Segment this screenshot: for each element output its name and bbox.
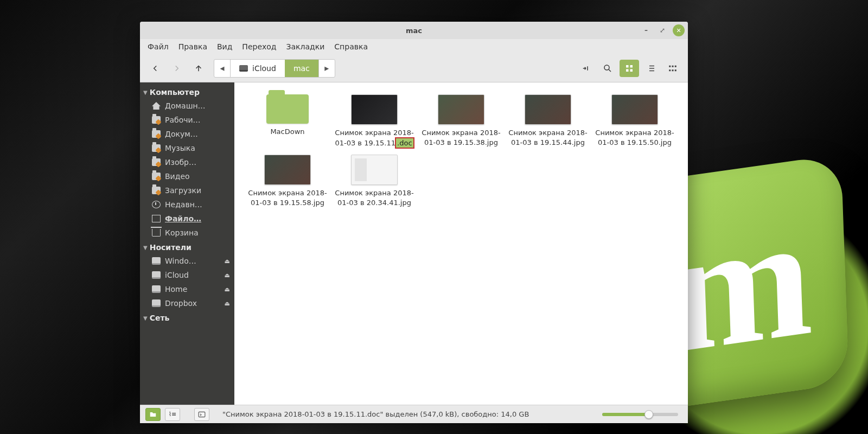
zoom-slider[interactable]: [602, 413, 678, 416]
thumbnail-icon: [351, 155, 398, 185]
breadcrumb-next[interactable]: ▸: [318, 60, 335, 77]
folder-icon: [266, 94, 309, 124]
sidebar-item[interactable]: Загрузки: [140, 183, 234, 197]
svg-rect-1: [626, 65, 629, 68]
back-button[interactable]: [145, 59, 165, 78]
breadcrumb-seg-icloud[interactable]: iCloud: [231, 60, 285, 77]
sidebar-item-label: Рабочи…: [165, 116, 201, 124]
sidebar-item-label: Home: [165, 285, 187, 293]
list-view-button[interactable]: [641, 60, 661, 77]
breadcrumb-seg-mac[interactable]: mac: [285, 60, 318, 77]
menu-help[interactable]: Справка: [334, 42, 368, 51]
sidebar-item[interactable]: Windo…⏏: [140, 254, 234, 268]
sidebar: ▼КомпьютерДомашн…Рабочи…Докум…МузыкаИзоб…: [140, 82, 234, 405]
sidebar-item[interactable]: Недавн…: [140, 197, 234, 212]
titlebar[interactable]: mac: [140, 22, 688, 39]
sidebar-item[interactable]: Файло…: [140, 212, 234, 226]
svg-rect-11: [199, 412, 205, 417]
file-label: Снимок экрана 2018-01-03 в 19.15.44.jpg: [507, 128, 589, 147]
content-pane[interactable]: MacDownСнимок экрана 2018-01-03 в 19.15.…: [234, 82, 688, 405]
eject-icon[interactable]: ⏏: [225, 272, 230, 279]
status-text: "Снимок экрана 2018-01-03 в 19.15.11.doc…: [214, 410, 598, 418]
svg-rect-8: [672, 69, 674, 71]
drive-icon: [152, 299, 161, 307]
svg-rect-10: [675, 69, 676, 71]
show-tree-button[interactable]: ⌇≡: [165, 408, 180, 421]
sidebar-item[interactable]: Музыка: [140, 141, 234, 155]
svg-rect-5: [669, 65, 671, 67]
icon-view-button[interactable]: [620, 60, 639, 77]
eject-icon[interactable]: ⏏: [225, 258, 230, 265]
eject-icon[interactable]: ⏏: [225, 286, 230, 293]
sidebar-item-label: Загрузки: [165, 186, 201, 195]
terminal-button[interactable]: [194, 408, 209, 421]
menu-go[interactable]: Переход: [242, 42, 276, 51]
sidebar-item[interactable]: Домашн…: [140, 99, 234, 113]
file-label: MacDown: [270, 127, 304, 137]
sidebar-section-header[interactable]: ▼Сеть: [140, 310, 234, 324]
folder-item[interactable]: MacDown: [244, 92, 331, 150]
sidebar-item[interactable]: Корзина: [140, 226, 234, 240]
up-button[interactable]: [189, 59, 208, 78]
sidebar-section-header[interactable]: ▼Носители: [140, 240, 234, 254]
file-item[interactable]: Снимок экрана 2018-01-03 в 19.15.50.jpg: [591, 92, 678, 150]
file-label-editing[interactable]: Снимок экрана 2018-01-03 в 19.15.11.doc: [334, 128, 415, 148]
sidebar-section-header[interactable]: ▼Компьютер: [140, 85, 234, 99]
sidebar-item[interactable]: Изобр…: [140, 155, 234, 169]
svg-rect-4: [630, 69, 633, 72]
sidebar-item[interactable]: Рабочи…: [140, 113, 234, 127]
sidebar-item-label: Корзина: [165, 228, 199, 237]
sidebar-item[interactable]: Докум…: [140, 127, 234, 141]
menu-bookmarks[interactable]: Закладки: [286, 42, 325, 51]
thumbnail-icon: [351, 94, 398, 125]
drive-icon: [239, 65, 248, 72]
compact-view-button[interactable]: [663, 60, 682, 77]
sidebar-item-label: Домашн…: [165, 101, 206, 110]
search-button[interactable]: [598, 59, 617, 78]
breadcrumb-label: mac: [293, 64, 310, 73]
menubar: Файл Правка Вид Переход Закладки Справка: [140, 39, 688, 54]
sidebar-item[interactable]: Home⏏: [140, 282, 234, 296]
sidebar-item-label: Музыка: [165, 144, 195, 152]
svg-rect-2: [630, 65, 633, 68]
file-item[interactable]: Снимок экрана 2018-01-03 в 19.15.11.doc: [331, 92, 418, 150]
trash-icon: [152, 229, 161, 237]
eject-icon[interactable]: ⏏: [225, 300, 230, 307]
filesystem-icon: [152, 215, 161, 222]
window-title: mac: [140, 27, 688, 35]
file-manager-window: mac Файл Правка Вид Переход Закладки Спр…: [140, 22, 688, 423]
file-item[interactable]: Снимок экрана 2018-01-03 в 19.15.38.jpg: [418, 92, 505, 150]
svg-rect-7: [672, 65, 674, 67]
show-places-button[interactable]: [145, 408, 161, 421]
sidebar-item[interactable]: Видео: [140, 169, 234, 183]
file-label: Снимок экрана 2018-01-03 в 19.15.58.jpg: [247, 188, 328, 207]
file-label: Снимок экрана 2018-01-03 в 19.15.50.jpg: [594, 128, 675, 147]
sidebar-item-label: Видео: [165, 172, 190, 181]
rename-extension-selection[interactable]: .doc: [395, 138, 414, 149]
breadcrumb-prev[interactable]: ◂: [214, 60, 231, 77]
maximize-button[interactable]: [656, 24, 668, 36]
file-item[interactable]: Снимок экрана 2018-01-03 в 20.34.41.jpg: [331, 152, 418, 209]
file-item[interactable]: Снимок экрана 2018-01-03 в 19.15.58.jpg: [244, 152, 331, 209]
menu-edit[interactable]: Правка: [178, 42, 207, 51]
toggle-path-entry-button[interactable]: [576, 59, 596, 78]
forward-button[interactable]: [167, 59, 187, 78]
drive-icon: [152, 271, 161, 279]
sidebar-item[interactable]: Dropbox⏏: [140, 296, 234, 310]
thumbnail-icon: [525, 94, 571, 125]
svg-point-0: [604, 65, 609, 70]
menu-file[interactable]: Файл: [148, 42, 169, 51]
breadcrumb: ◂ iCloud mac ▸: [214, 59, 335, 78]
svg-rect-3: [626, 69, 629, 72]
minimize-button[interactable]: [640, 24, 652, 36]
toolbar: ◂ iCloud mac ▸: [140, 54, 688, 82]
icon-grid: MacDownСнимок экрана 2018-01-03 в 19.15.…: [234, 82, 688, 219]
sidebar-item-label: Изобр…: [165, 158, 196, 167]
drive-icon: [152, 285, 161, 293]
file-item[interactable]: Снимок экрана 2018-01-03 в 19.15.44.jpg: [505, 92, 591, 150]
file-label: Снимок экрана 2018-01-03 в 20.34.41.jpg: [334, 188, 415, 207]
menu-view[interactable]: Вид: [217, 42, 232, 51]
close-button[interactable]: [673, 24, 685, 36]
svg-rect-6: [669, 69, 671, 71]
sidebar-item[interactable]: iCloud⏏: [140, 268, 234, 282]
